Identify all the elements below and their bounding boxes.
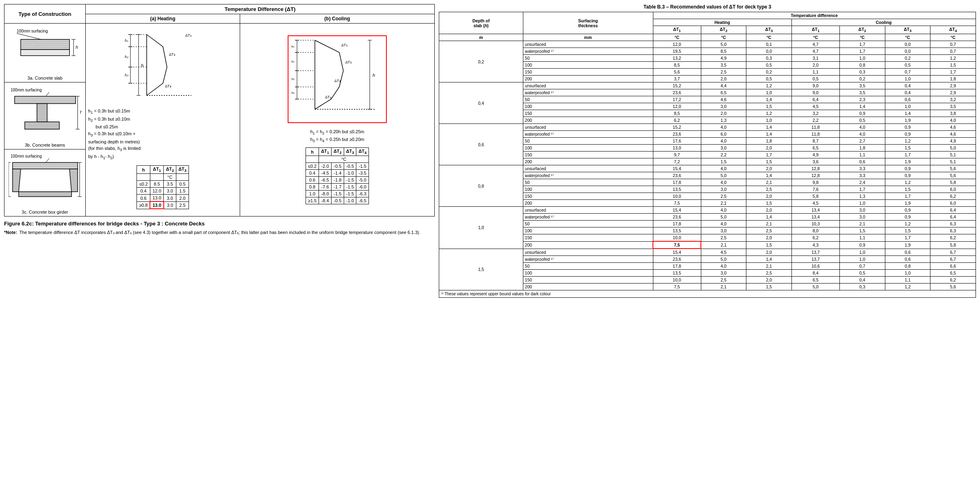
dt2-h: ΔT2 — [701, 26, 746, 34]
value-cell: 4,9 — [791, 152, 839, 158]
value-cell: 3,0 — [701, 145, 746, 152]
value-cell: 4,0 — [701, 124, 746, 131]
value-cell: 0,7 — [930, 41, 976, 48]
value-cell: 0,4 — [885, 89, 930, 96]
surfacing-cell: 150 — [523, 193, 653, 200]
value-cell: 3,7 — [653, 76, 701, 82]
value-cell: 5,8 — [930, 241, 976, 249]
value-cell: 2,1 — [746, 179, 792, 186]
value-cell: 0,6 — [885, 249, 930, 256]
value-cell: 4,0 — [701, 221, 746, 227]
value-cell: 11,8 — [791, 124, 839, 131]
value-cell: 0,4 — [885, 82, 930, 89]
value-cell: 0,5 — [746, 62, 792, 69]
value-cell: 4,9 — [930, 138, 976, 145]
value-cell: 0,2 — [885, 55, 930, 62]
value-cell: 2,0 — [701, 76, 746, 82]
dt3-c: ΔT3 — [885, 26, 930, 34]
value-cell: 8,4 — [791, 270, 839, 277]
value-cell: 0,1 — [746, 41, 792, 48]
value-cell: 13,7 — [791, 256, 839, 263]
cooling-equations: h1 = h2 = 0.20h but ≤0.25m h3 = h4 = 0.2… — [243, 128, 432, 145]
note-text: The temperature difference ΔT incorporat… — [19, 230, 420, 235]
value-cell: 5,0 — [701, 172, 746, 179]
dt1-h: ΔT1 — [653, 26, 701, 34]
surfacing-cell: waterproofed ¹⁾ — [523, 172, 653, 179]
value-cell: 2,0 — [746, 277, 792, 284]
temp-diff-col-header: Temperature difference — [653, 12, 976, 19]
svg-text:h: h — [76, 45, 78, 50]
value-cell: 6,2 — [791, 234, 839, 242]
value-cell: 8,5 — [653, 62, 701, 69]
value-cell: 5,0 — [791, 284, 839, 290]
value-cell: 5,6 — [930, 172, 976, 179]
value-cell: 10,0 — [653, 193, 701, 200]
value-cell: 1,7 — [746, 152, 792, 158]
value-cell: 1,5 — [839, 227, 885, 234]
svg-text:100mm surfacing: 100mm surfacing — [11, 88, 42, 92]
svg-text:h: h — [141, 63, 143, 68]
value-cell: 1,5 — [746, 200, 792, 207]
value-cell: 11,8 — [791, 131, 839, 138]
value-cell: 15,4 — [653, 165, 701, 172]
value-cell: 1,5 — [746, 241, 792, 249]
concrete-box-svg: 100mm surfacing — [9, 151, 82, 208]
value-cell: 1,0 — [746, 117, 792, 124]
value-cell: 5,8 — [930, 179, 976, 186]
value-cell: 10,6 — [791, 263, 839, 270]
value-cell: 7,5 — [653, 200, 701, 207]
value-cell: 0,0 — [746, 48, 792, 55]
svg-marker-80 — [13, 169, 21, 192]
svg-text:h₃: h₃ — [125, 73, 128, 77]
surfacing-cell: unsurfaced — [523, 41, 653, 48]
value-cell: 0,7 — [839, 263, 885, 270]
value-cell: 13,0 — [653, 145, 701, 152]
value-cell: 6,6 — [930, 263, 976, 270]
value-cell: 0,5 — [791, 76, 839, 82]
value-cell: 1,0 — [746, 89, 792, 96]
value-cell: 8,7 — [791, 138, 839, 145]
value-cell: 5,6 — [653, 69, 701, 76]
value-cell: 4,7 — [791, 41, 839, 48]
value-cell: 1,8 — [746, 138, 792, 145]
value-cell: 0,9 — [839, 241, 885, 249]
value-cell: 0,9 — [885, 214, 930, 221]
value-cell: 6,5 — [791, 145, 839, 152]
value-cell: 6,7 — [930, 256, 976, 263]
value-cell: 6,2 — [930, 277, 976, 284]
concrete-beams-svg: 100mm surfacing — [9, 84, 82, 141]
value-cell: 5,0 — [930, 145, 976, 152]
cooling-diagram-box: h₁ h₂ h₃ h₄ — [288, 35, 387, 123]
value-cell: 0,7 — [885, 69, 930, 76]
value-cell: 0,8 — [839, 62, 885, 69]
depth-cell: 0,6 — [439, 124, 523, 165]
svg-rect-77 — [13, 162, 78, 169]
diagram-concrete-box: 100mm surfacing — [4, 149, 86, 217]
cooling-data-table: h ΔT1 ΔT2 ΔT3 ΔT4 °C ≤0.2 — [306, 147, 369, 204]
value-cell: 5,0 — [701, 256, 746, 263]
value-cell: 0,9 — [885, 207, 930, 214]
value-cell: 2,0 — [791, 62, 839, 69]
svg-text:ΔT₄: ΔT₄ — [325, 95, 332, 99]
svg-rect-2 — [21, 39, 69, 50]
value-cell: 3,6 — [791, 158, 839, 165]
svg-text:ΔT₂: ΔT₂ — [169, 52, 176, 56]
surfacing-cell: 50 — [523, 221, 653, 227]
table-row: 0,2unsurfaced12,05,00,14,71,70,00,7 — [439, 41, 976, 48]
svg-line-0 — [17, 33, 41, 39]
value-cell: 4,6 — [930, 124, 976, 131]
value-cell: 13,5 — [653, 186, 701, 193]
value-cell: 6,3 — [930, 227, 976, 234]
value-cell: 2,4 — [839, 179, 885, 186]
value-cell: 2,1 — [746, 263, 792, 270]
value-cell: 12,8 — [791, 172, 839, 179]
depth-cell: 0,4 — [439, 82, 523, 124]
surfacing-cell: 50 — [523, 55, 653, 62]
value-cell: 6,2 — [930, 193, 976, 200]
value-cell: 0,9 — [885, 124, 930, 131]
value-cell: 2,9 — [930, 82, 976, 89]
surfacing-cell: 200 — [523, 158, 653, 165]
surfacing-cell: 200 — [523, 241, 653, 249]
value-cell: 4,0 — [701, 263, 746, 270]
surfacing-cell: 150 — [523, 234, 653, 242]
